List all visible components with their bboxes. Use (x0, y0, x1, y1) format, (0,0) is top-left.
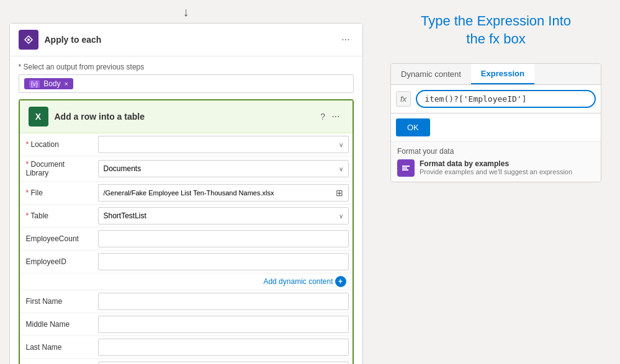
employeecount-label: EmployeeCount (20, 231, 94, 247)
table-input-cell: ShortTestList ∨ (94, 205, 353, 227)
employeecount-input-cell (94, 228, 353, 250)
apply-each-body: * Select an output from previous steps {… (10, 56, 362, 364)
body-tag: {v} Body × (24, 78, 73, 89)
table-row: * Location ∨ (20, 133, 353, 156)
lastname-input[interactable] (98, 339, 349, 356)
doclibrary-chevron-icon: ∨ (339, 166, 343, 172)
table-row: * Table ShortTestList ∨ (20, 205, 353, 228)
table-dropdown[interactable]: ShortTestList ∨ (98, 207, 349, 224)
table-label: * Table (20, 208, 94, 224)
table-chevron-icon: ∨ (339, 213, 343, 220)
doclibrary-value: Documents (104, 164, 142, 173)
table-value: ShortTestList (104, 211, 146, 220)
doclibrary-label: * Document Library (20, 156, 94, 181)
left-panel: ↓ Apply to each ··· * Select an output f… (0, 0, 372, 364)
down-arrow-container: ↓ (0, 5, 372, 19)
format-item-desc: Provide examples and we'll suggest an ex… (420, 168, 595, 175)
middlename-input-cell (94, 313, 353, 335)
format-section-label: Format your data (397, 147, 595, 156)
fx-input-row: fx (391, 85, 601, 113)
fx-label: fx (396, 91, 411, 107)
middlename-input[interactable] (98, 316, 349, 333)
file-input-cell: /General/Fake Employee List Ten-Thousand… (94, 182, 353, 204)
format-item-title: Format data by examples (420, 159, 595, 168)
down-arrow-icon: ↓ (183, 5, 189, 19)
location-label: * Location (20, 136, 94, 153)
doclibrary-dropdown[interactable]: Documents ∨ (98, 160, 349, 177)
add-dynamic-button[interactable]: Add dynamic content + (263, 276, 346, 287)
svg-point-1 (27, 38, 30, 41)
apply-each-icon (19, 30, 38, 50)
format-item: Format data by examples Provide examples… (397, 159, 595, 177)
file-input[interactable]: /General/Fake Employee List Ten-Thousand… (98, 184, 349, 202)
doclibrary-input-cell: Documents ∨ (94, 158, 353, 180)
firstname-input-cell (94, 290, 353, 313)
add-dynamic-row: Add dynamic content + (20, 273, 353, 290)
table-row: * Document Library Documents ∨ (20, 156, 353, 182)
ok-button[interactable]: OK (396, 118, 430, 136)
firstname-label: First Name (20, 293, 94, 309)
excel-body: * Location ∨ * Document Library (20, 133, 353, 364)
expression-input[interactable] (416, 90, 596, 108)
middlename-label: Middle Name (20, 316, 94, 332)
output-tag-input[interactable]: {v} Body × (19, 74, 354, 93)
table-row: Middle Name (20, 313, 353, 336)
employeeid-input-cell (94, 251, 353, 273)
table-row: First Name (20, 290, 353, 313)
expression-panel: Dynamic content Expression fx OK Format … (390, 63, 601, 182)
location-chevron-icon: ∨ (339, 141, 343, 148)
table-row: First Last Name (20, 359, 353, 364)
apply-each-ellipsis-button[interactable]: ··· (338, 33, 353, 47)
employeecount-input[interactable] (98, 230, 349, 247)
excel-icon: X (29, 107, 48, 127)
lastname-input-cell (94, 336, 353, 358)
file-label: * File (20, 185, 94, 201)
lastname-label: Last Name (20, 339, 94, 355)
firstlastname-input[interactable] (98, 362, 349, 364)
file-browse-icon: ⊞ (336, 188, 343, 198)
apply-each-header: Apply to each ··· (10, 24, 362, 56)
add-dynamic-plus-icon: + (335, 276, 346, 287)
table-row: Last Name (20, 336, 353, 359)
body-tag-label: Body (43, 79, 60, 88)
tab-dynamic-content[interactable]: Dynamic content (391, 64, 471, 84)
location-dropdown[interactable]: ∨ (98, 136, 349, 153)
right-panel: Type the Expression Intothe fx box Dynam… (372, 0, 620, 364)
firstlastname-input-cell (94, 359, 353, 364)
select-output-label: * Select an output from previous steps (19, 63, 354, 71)
table-row: * File /General/Fake Employee List Ten-T… (20, 182, 353, 205)
table-row: EmployeeCount (20, 228, 353, 251)
format-item-icon (397, 159, 415, 177)
expression-tabs: Dynamic content Expression (391, 64, 601, 85)
instruction-text: Type the Expression Intothe fx box (390, 12, 601, 48)
excel-help-button[interactable]: ? (318, 110, 328, 123)
firstname-input[interactable] (98, 293, 349, 310)
format-section: Format your data Format data by examples… (391, 141, 601, 182)
excel-ellipsis-button[interactable]: ··· (328, 110, 343, 123)
employeeid-input[interactable] (98, 253, 349, 270)
body-tag-close-button[interactable]: × (65, 80, 68, 87)
format-text-block: Format data by examples Provide examples… (420, 159, 595, 175)
apply-each-card: Apply to each ··· * Select an output fro… (9, 23, 363, 364)
excel-card-title: Add a row into a table (55, 112, 318, 122)
tab-expression[interactable]: Expression (471, 64, 534, 84)
employeeid-label: EmployeeID (20, 254, 94, 270)
excel-header: X Add a row into a table ? ··· (20, 100, 353, 133)
location-input-cell: ∨ (94, 133, 353, 156)
body-tag-icon: {v} (29, 80, 40, 88)
excel-card: X Add a row into a table ? ··· * Locatio… (19, 99, 354, 364)
apply-each-title: Apply to each (45, 35, 338, 45)
add-dynamic-label: Add dynamic content (263, 277, 333, 286)
file-value: /General/Fake Employee List Ten-Thousand… (104, 189, 274, 197)
table-row: EmployeeID (20, 251, 353, 273)
